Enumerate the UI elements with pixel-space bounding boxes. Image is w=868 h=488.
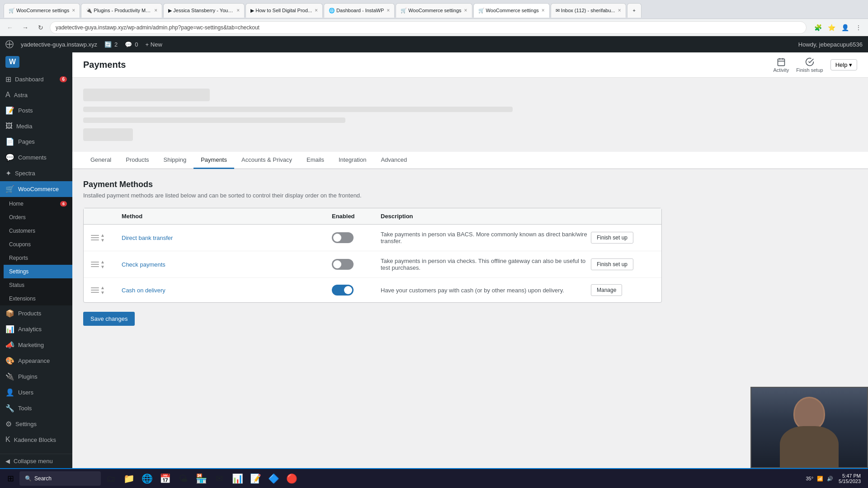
- drag-handle-1[interactable]: ▲ ▼: [91, 233, 118, 243]
- taskbar-icon-green[interactable]: 🔷: [265, 470, 282, 487]
- sidebar-item-dashboard[interactable]: ⊞ Dashboard 6: [0, 71, 72, 87]
- drag-lines-3[interactable]: [91, 287, 99, 293]
- tab-accounts-privacy[interactable]: Accounts & Privacy: [234, 152, 299, 169]
- tab-2[interactable]: 🔌 Plugins - Productivity Ma...×: [81, 3, 162, 18]
- taskbar-icon-red[interactable]: 🔴: [283, 470, 300, 487]
- help-button[interactable]: Help ▾: [830, 59, 857, 70]
- sidebar-item-media[interactable]: 🖼 Media: [0, 118, 72, 134]
- tab-6[interactable]: 🛒 WooCommerce settings×: [396, 3, 472, 18]
- tab-payments[interactable]: Payments: [193, 152, 234, 169]
- network-icon[interactable]: 📶: [817, 476, 823, 482]
- new-tab-button[interactable]: +: [627, 3, 642, 18]
- sidebar-item-products[interactable]: 📦 Products: [0, 305, 72, 321]
- sidebar-item-analytics[interactable]: 📊 Analytics: [0, 321, 72, 337]
- sort-up-1[interactable]: ▲: [100, 233, 105, 238]
- manage-btn-3[interactable]: Manage: [591, 284, 622, 296]
- bookmark-icon[interactable]: ⭐: [826, 22, 837, 33]
- sort-up-2[interactable]: ▲: [100, 260, 105, 264]
- forward-button[interactable]: →: [19, 21, 32, 34]
- tab-emails[interactable]: Emails: [299, 152, 331, 169]
- back-button[interactable]: ←: [4, 21, 16, 34]
- drag-handle-3[interactable]: ▲ ▼: [91, 286, 118, 295]
- action-2[interactable]: Finish set up: [591, 258, 654, 270]
- volume-icon[interactable]: 🔊: [827, 476, 833, 482]
- finish-setup-btn-2[interactable]: Finish set up: [591, 258, 633, 270]
- sort-down-2[interactable]: ▼: [100, 265, 105, 269]
- tab-8[interactable]: ✉ Inbox (112) - sherifabu...×: [551, 3, 626, 18]
- toggle-1[interactable]: [332, 232, 377, 243]
- sidebar-item-appearance[interactable]: 🎨 Appearance: [0, 353, 72, 369]
- sidebar-logo[interactable]: W: [0, 52, 72, 71]
- tab-integration[interactable]: Integration: [331, 152, 373, 169]
- finish-setup-button[interactable]: Finish setup: [796, 57, 823, 73]
- sidebar-item-woocommerce[interactable]: 🛒 WooCommerce: [0, 181, 72, 197]
- collapse-menu-button[interactable]: ◀ Collapse menu: [0, 454, 72, 468]
- drag-handle-2[interactable]: ▲ ▼: [91, 260, 118, 269]
- sidebar-item-astra[interactable]: A Astra: [0, 87, 72, 103]
- tab-4[interactable]: ▶ How to Sell Digital Prod...×: [245, 3, 323, 18]
- taskbar-icon-chrome[interactable]: 🌐: [139, 470, 155, 487]
- sidebar-item-coupons[interactable]: Coupons: [4, 238, 72, 251]
- taskbar-icon-calendar[interactable]: 📅: [157, 470, 173, 487]
- taskbar-search[interactable]: 🔍 Search: [19, 471, 101, 486]
- sidebar-item-orders[interactable]: Orders: [4, 211, 72, 224]
- system-clock[interactable]: 5:47 PM 5/15/2023: [835, 473, 864, 484]
- tab-shipping[interactable]: Shipping: [156, 152, 194, 169]
- sidebar-item-status[interactable]: Status: [4, 278, 72, 292]
- sidebar-item-kadence[interactable]: K Kadence Blocks: [0, 432, 72, 447]
- tab-1[interactable]: 🛒 WooCommerce settings×: [4, 3, 80, 18]
- sidebar-item-marketing[interactable]: 📣 Marketing: [0, 337, 72, 353]
- tab-3[interactable]: ▶ Jessica Stansberry - YouT...×: [163, 3, 245, 18]
- sidebar-item-tools[interactable]: 🔧 Tools: [0, 400, 72, 416]
- wp-logo[interactable]: [5, 40, 14, 48]
- taskbar-icon-word[interactable]: 📝: [247, 470, 264, 487]
- sidebar-item-posts[interactable]: 📝 Posts: [0, 103, 72, 118]
- taskbar-icon-store[interactable]: 🏪: [193, 470, 209, 487]
- reload-button[interactable]: ↻: [34, 21, 47, 34]
- action-1[interactable]: Finish set up: [591, 232, 654, 244]
- tab-advanced[interactable]: Advanced: [373, 152, 414, 169]
- toggle-2[interactable]: [332, 259, 377, 270]
- activity-button[interactable]: Activity: [773, 57, 789, 73]
- tab-7-active[interactable]: 🛒 WooCommerce settings×: [473, 3, 550, 18]
- sidebar-item-spectra[interactable]: ✦ Spectra: [0, 165, 72, 181]
- sidebar-item-extensions[interactable]: Extensions: [4, 292, 72, 305]
- sidebar-item-comments[interactable]: 💬 Comments: [0, 150, 72, 165]
- sidebar-item-pages[interactable]: 📄 Pages: [0, 134, 72, 150]
- sidebar-item-settings[interactable]: Settings: [4, 265, 72, 278]
- updates-count[interactable]: 🔄 2: [104, 41, 118, 48]
- tab-5[interactable]: 🌐 Dashboard - InstaWP×: [324, 3, 395, 18]
- start-button[interactable]: ⊞: [4, 472, 18, 485]
- sidebar-item-plugins[interactable]: 🔌 Plugins: [0, 369, 72, 385]
- method-name-3[interactable]: Cash on delivery: [122, 287, 328, 294]
- site-name[interactable]: yadetective-guya.instawp.xyz: [21, 41, 97, 48]
- method-name-1[interactable]: Direct bank transfer: [122, 235, 328, 241]
- sort-down-1[interactable]: ▼: [100, 238, 105, 243]
- tab-products[interactable]: Products: [118, 152, 156, 169]
- sort-down-3[interactable]: ▼: [100, 291, 105, 295]
- save-changes-button[interactable]: Save changes: [83, 312, 135, 326]
- drag-lines-2[interactable]: [91, 262, 99, 267]
- sidebar-item-customers[interactable]: Customers: [4, 224, 72, 238]
- drag-lines-1[interactable]: [91, 235, 99, 240]
- tab-general[interactable]: General: [83, 152, 118, 169]
- sidebar-item-users[interactable]: 👤 Users: [0, 385, 72, 400]
- taskbar-icon-excel[interactable]: 📊: [229, 470, 245, 487]
- menu-icon[interactable]: ⋮: [853, 22, 864, 33]
- sidebar-item-home[interactable]: Home 6: [4, 197, 72, 211]
- finish-setup-btn-1[interactable]: Finish set up: [591, 232, 633, 244]
- extensions-icon[interactable]: 🧩: [812, 22, 824, 33]
- profile-icon[interactable]: 👤: [839, 22, 851, 33]
- taskbar-icon-weather[interactable]: 🌤: [175, 470, 191, 487]
- taskbar-icon-mail[interactable]: ✉: [211, 470, 227, 487]
- comments-count[interactable]: 💬 0: [125, 41, 138, 48]
- taskbar-icon-files[interactable]: 🗂: [103, 470, 119, 487]
- address-bar[interactable]: yadetective-guya.instawp.xyz/wp-admin/ad…: [50, 21, 807, 34]
- new-content[interactable]: + New: [146, 41, 162, 48]
- action-3[interactable]: Manage: [591, 284, 654, 296]
- sidebar-item-reports[interactable]: Reports: [4, 251, 72, 265]
- sort-up-3[interactable]: ▲: [100, 286, 105, 290]
- toggle-3[interactable]: [332, 285, 377, 296]
- method-name-2[interactable]: Check payments: [122, 261, 328, 268]
- sidebar-item-settings-main[interactable]: ⚙ Settings: [0, 416, 72, 432]
